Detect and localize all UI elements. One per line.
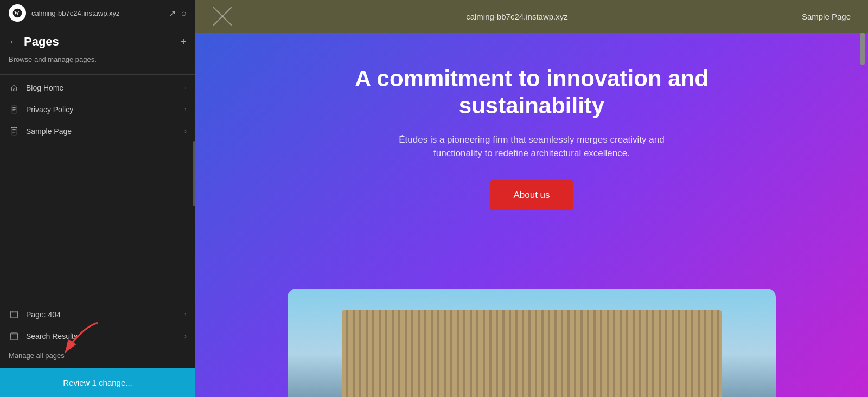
- hero-subtitle: Études is a pioneering firm that seamles…: [380, 133, 684, 161]
- document-icon-2: [9, 126, 20, 137]
- main-scrollbar[interactable]: [860, 33, 865, 65]
- sidebar-item-sample-page[interactable]: Sample Page ›: [0, 120, 195, 142]
- chevron-right-icon: ›: [184, 127, 187, 135]
- svg-text:W: W: [14, 10, 20, 16]
- site-header-bar: calming-bb7c24.instawp.xyz Sample Page: [195, 0, 868, 33]
- divider-top: [0, 74, 195, 75]
- building-image: [288, 289, 776, 397]
- sidebar-item-label-sample-page: Sample Page: [26, 127, 178, 136]
- hero-title: A commitment to innovation and sustainab…: [342, 65, 722, 120]
- sidebar: W calming-bb7c24.instawp.xyz ↗ ⌕ ← Pages…: [0, 0, 195, 397]
- chevron-right-icon: ›: [184, 106, 187, 113]
- svg-rect-13: [10, 333, 17, 340]
- sidebar-item-privacy-policy[interactable]: Privacy Policy ›: [0, 99, 195, 120]
- sidebar-item-page-404[interactable]: Page: 404 ›: [0, 304, 195, 325]
- sidebar-topbar: W calming-bb7c24.instawp.xyz ↗ ⌕: [0, 0, 195, 26]
- svg-rect-10: [10, 311, 17, 318]
- sidebar-header: ← Pages +: [0, 26, 195, 53]
- site-logo: [213, 7, 232, 26]
- sidebar-item-label-search-results: Search Results: [26, 332, 178, 341]
- layout-icon: [9, 309, 20, 320]
- divider-middle: [0, 299, 195, 299]
- document-icon: [9, 104, 20, 115]
- sidebar-nav: Blog Home › Privacy Policy › Sample Page…: [0, 77, 195, 364]
- chevron-right-icon: ›: [184, 311, 187, 318]
- building-image-area: [288, 289, 776, 397]
- add-page-button[interactable]: +: [180, 36, 187, 48]
- sidebar-subtitle: Browse and manage pages.: [0, 53, 195, 72]
- sidebar-title: Pages: [24, 35, 175, 49]
- site-header-url: calming-bb7c24.instawp.xyz: [466, 12, 568, 21]
- site-header-nav-item[interactable]: Sample Page: [802, 12, 851, 21]
- site-url-label: calming-bb7c24.instawp.xyz: [31, 9, 163, 17]
- external-link-icon[interactable]: ↗: [169, 8, 176, 18]
- sidebar-item-blog-home[interactable]: Blog Home ›: [0, 77, 195, 99]
- sidebar-item-search-results[interactable]: Search Results ›: [0, 325, 195, 347]
- layout-icon-2: [9, 331, 20, 342]
- sidebar-item-label-blog-home: Blog Home: [26, 84, 178, 92]
- wordpress-logo[interactable]: W: [9, 4, 26, 22]
- about-us-button[interactable]: About us: [490, 180, 572, 210]
- sidebar-item-label-privacy-policy: Privacy Policy: [26, 105, 178, 114]
- manage-all-pages-link[interactable]: Manage all pages: [0, 347, 195, 364]
- review-changes-button[interactable]: Review 1 change...: [0, 368, 195, 397]
- topbar-icons: ↗ ⌕: [169, 8, 187, 18]
- search-icon[interactable]: ⌕: [181, 8, 187, 18]
- manage-all-pages-label: Manage all pages: [9, 351, 65, 360]
- back-button[interactable]: ←: [9, 36, 18, 48]
- chevron-right-icon: ›: [184, 84, 187, 92]
- main-content: calming-bb7c24.instawp.xyz Sample Page A…: [195, 0, 868, 397]
- sidebar-item-label-page-404: Page: 404: [26, 310, 178, 319]
- home-icon: [9, 82, 20, 93]
- building-facade: [342, 310, 722, 397]
- hero-section: A commitment to innovation and sustainab…: [195, 33, 868, 397]
- svg-rect-6: [11, 127, 17, 135]
- svg-rect-2: [11, 106, 17, 113]
- chevron-right-icon: ›: [184, 332, 187, 340]
